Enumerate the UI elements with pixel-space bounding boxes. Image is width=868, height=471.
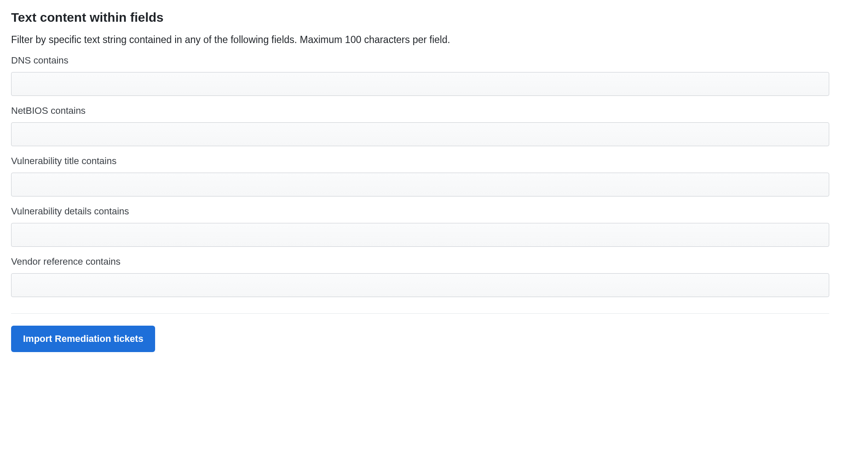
field-group-dns: DNS contains — [11, 55, 829, 96]
vuln-title-input[interactable] — [11, 173, 829, 196]
vuln-details-label: Vulnerability details contains — [11, 206, 829, 217]
vendor-ref-input[interactable] — [11, 273, 829, 297]
text-content-filter-form: Text content within fields Filter by spe… — [11, 10, 829, 352]
vuln-details-input[interactable] — [11, 223, 829, 247]
section-title: Text content within fields — [11, 10, 829, 25]
netbios-input[interactable] — [11, 122, 829, 146]
import-remediation-button[interactable]: Import Remediation tickets — [11, 326, 155, 352]
divider — [11, 313, 829, 314]
netbios-label: NetBIOS contains — [11, 105, 829, 116]
section-description: Filter by specific text string contained… — [11, 34, 829, 46]
vuln-title-label: Vulnerability title contains — [11, 156, 829, 167]
field-group-vuln-details: Vulnerability details contains — [11, 206, 829, 247]
dns-label: DNS contains — [11, 55, 829, 66]
field-group-netbios: NetBIOS contains — [11, 105, 829, 146]
field-group-vuln-title: Vulnerability title contains — [11, 156, 829, 196]
field-group-vendor-ref: Vendor reference contains — [11, 256, 829, 297]
vendor-ref-label: Vendor reference contains — [11, 256, 829, 267]
dns-input[interactable] — [11, 72, 829, 96]
